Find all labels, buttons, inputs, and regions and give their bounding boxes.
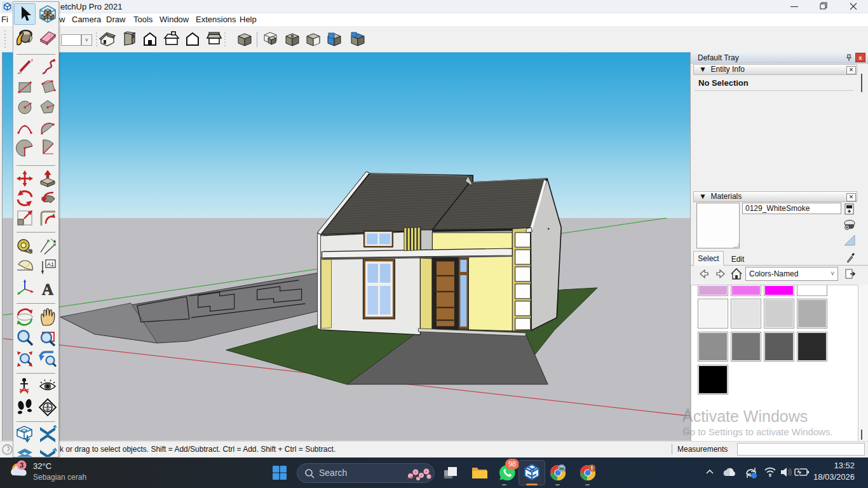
svg-text:Activate Windows: Activate Windows [682, 405, 690, 423]
svg-text:3: 3 [20, 461, 24, 469]
svg-text:Go to Settings to activate Win: Go to Settings to activate Windows. [683, 424, 690, 435]
svg-text:4.5: 4.5 [46, 409, 50, 412]
svg-text:O: O [46, 403, 49, 407]
svg-text:A: A [42, 281, 53, 298]
svg-text:A1: A1 [47, 261, 54, 268]
